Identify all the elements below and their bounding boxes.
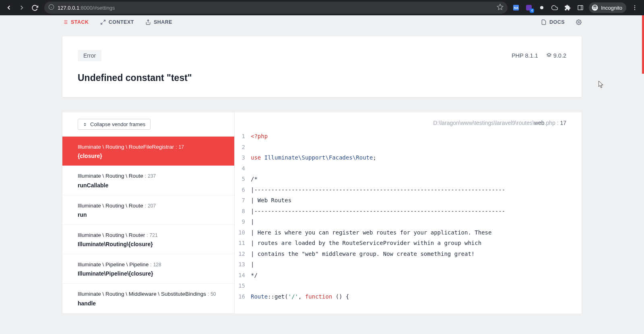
stack-column: Collapse vendor frames Illuminate \ Rout…: [62, 112, 235, 313]
line-content: | contains the "web" middleware group. N…: [251, 249, 582, 259]
code-line: 10| Here is where you can register web r…: [235, 227, 582, 238]
line-content: [251, 142, 582, 153]
incognito-badge[interactable]: Incognito: [589, 2, 626, 13]
mouse-cursor: [599, 81, 604, 89]
code-line: 12| contains the "web" middleware group.…: [235, 249, 582, 259]
line-number: 10: [235, 227, 251, 238]
code-line: 4: [235, 163, 582, 174]
extensions-icon[interactable]: [563, 3, 572, 12]
extension-circle-icon[interactable]: [537, 3, 546, 12]
line-content: |---------------------------------------…: [251, 185, 582, 195]
frame-location: Illuminate \ Routing \ RouteFileRegistra…: [78, 143, 219, 151]
svg-line-19: [103, 20, 105, 22]
code-line: 16Route::get('/', function () {: [235, 291, 582, 302]
code-line: 13|: [235, 259, 582, 270]
address-bar[interactable]: 127.0.0.1:8000/#settings: [44, 2, 508, 14]
line-number: 15: [235, 280, 251, 291]
line-number: 5: [235, 174, 251, 185]
file-path: D:\laragon\www\testings\laravel9\routes\…: [235, 112, 582, 131]
code-line: 14*/: [235, 270, 582, 281]
frame-location: Illuminate \ Routing \ Middleware \ Subs…: [78, 290, 219, 298]
frame-location: Illuminate \ Routing \ Router : 721: [78, 231, 219, 239]
stack-frames: Illuminate \ Routing \ RouteFileRegistra…: [62, 137, 234, 313]
nav-context[interactable]: CONTEXT: [100, 19, 134, 25]
bookmark-icon[interactable]: [497, 4, 504, 12]
frame-function: Illuminate\Routing\{closure}: [78, 241, 219, 247]
line-content: */: [251, 270, 582, 281]
line-content: [251, 163, 582, 174]
panel-icon[interactable]: [576, 3, 585, 12]
code-line: 5/*: [235, 174, 582, 185]
line-content: [251, 280, 582, 291]
extension-cloud-icon[interactable]: [550, 3, 559, 12]
url-text: 127.0.0.1:8000/#settings: [58, 5, 493, 11]
laravel-version: 9.0.2: [546, 52, 566, 59]
line-content: /*: [251, 174, 582, 185]
line-number: 4: [235, 163, 251, 174]
browser-chrome: 127.0.0.1:8000/#settings NA 4 Incognito: [0, 0, 644, 15]
svg-point-4: [540, 6, 543, 9]
back-button[interactable]: [3, 2, 14, 13]
code-line: 2: [235, 142, 582, 153]
version-meta: PHP 8.1.1 9.0.2: [512, 52, 566, 59]
frame-function: handle: [78, 300, 219, 307]
forward-button[interactable]: [16, 2, 27, 13]
line-content: use Illuminate\Support\Facades\Route;: [251, 152, 582, 163]
frame-function: run: [78, 212, 219, 218]
extension-purple-icon[interactable]: 4: [524, 3, 533, 12]
svg-marker-3: [497, 4, 503, 9]
main-panel: Collapse vendor frames Illuminate \ Rout…: [62, 112, 582, 313]
nav-docs[interactable]: DOCS: [541, 19, 565, 25]
code-line: 1<?php: [235, 131, 582, 142]
stack-frame[interactable]: Illuminate \ Pipeline \ Pipeline : 128Il…: [62, 254, 234, 284]
line-number: 9: [235, 216, 251, 227]
svg-rect-5: [578, 6, 583, 10]
site-info-icon[interactable]: [48, 4, 54, 11]
svg-point-22: [578, 21, 580, 23]
stack-frame[interactable]: Illuminate \ Routing \ Route : 237runCal…: [62, 166, 234, 195]
php-version: PHP 8.1.1: [512, 52, 538, 59]
code-line: 7| Web Routes: [235, 195, 582, 206]
line-content: Route::get('/', function () {: [251, 291, 582, 302]
frame-function: Illuminate\Pipeline\{closure}: [78, 270, 219, 277]
line-content: <?php: [251, 131, 582, 142]
kebab-menu-icon[interactable]: [630, 3, 639, 12]
frame-location: Illuminate \ Pipeline \ Pipeline : 128: [78, 261, 219, 269]
line-number: 1: [235, 131, 251, 142]
code-line: 11| routes are loaded by the RouteServic…: [235, 238, 582, 249]
line-number: 11: [235, 238, 251, 249]
settings-icon[interactable]: [576, 19, 582, 25]
code-line: 8|--------------------------------------…: [235, 206, 582, 217]
line-content: | Web Routes: [251, 195, 582, 206]
collapse-vendor-button[interactable]: Collapse vendor frames: [78, 119, 151, 130]
error-tag: Error: [78, 50, 101, 61]
svg-point-10: [634, 5, 635, 6]
code-line: 3use Illuminate\Support\Facades\Route;: [235, 152, 582, 163]
error-title: Undefined constant "test": [78, 73, 566, 83]
frame-function: runCallable: [78, 182, 219, 189]
line-number: 6: [235, 185, 251, 195]
svg-point-9: [595, 7, 597, 8]
scroll-indicator: [642, 15, 644, 74]
line-number: 2: [235, 142, 251, 153]
extension-na-icon[interactable]: NA: [512, 3, 520, 12]
line-content: | routes are loaded by the RouteServiceP…: [251, 238, 582, 249]
reload-button[interactable]: [29, 2, 40, 13]
frame-location: Illuminate \ Routing \ Route : 237: [78, 172, 219, 180]
frame-function: {closure}: [78, 153, 219, 159]
code-column: D:\laragon\www\testings\laravel9\routes\…: [235, 112, 582, 313]
line-number: 13: [235, 259, 251, 270]
error-header: Error PHP 8.1.1 9.0.2 Undefined constant…: [62, 36, 582, 97]
nav-share[interactable]: SHARE: [145, 19, 172, 25]
svg-point-12: [634, 9, 635, 10]
stack-frame[interactable]: Illuminate \ Routing \ Router : 721Illum…: [62, 225, 234, 254]
stack-frame[interactable]: Illuminate \ Routing \ Middleware \ Subs…: [62, 284, 234, 313]
code-line: 6|--------------------------------------…: [235, 185, 582, 195]
nav-stack[interactable]: STACK: [62, 19, 89, 25]
stack-frame[interactable]: Illuminate \ Routing \ Route : 207run: [62, 195, 234, 225]
stack-frame[interactable]: Illuminate \ Routing \ RouteFileRegistra…: [62, 137, 234, 166]
line-number: 16: [235, 291, 251, 302]
line-number: 7: [235, 195, 251, 206]
line-content: | Here is where you can register web rou…: [251, 227, 582, 238]
code-line: 15: [235, 280, 582, 291]
